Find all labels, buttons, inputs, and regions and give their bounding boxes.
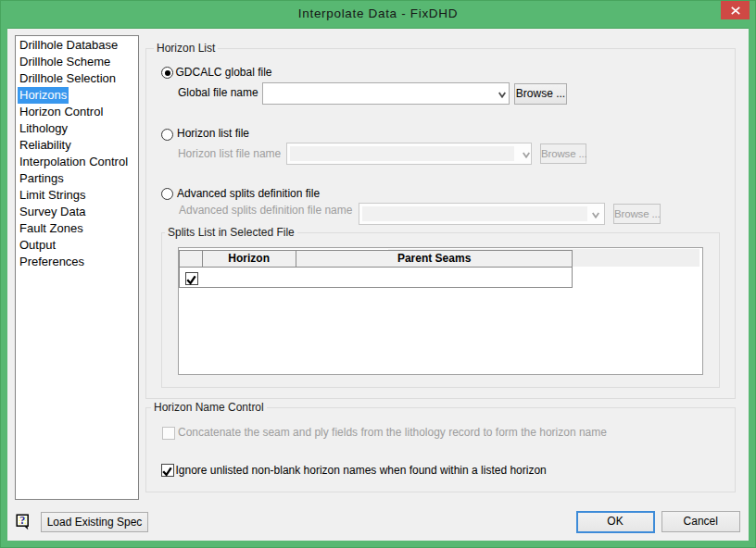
svg-text:?: ? <box>19 514 25 527</box>
